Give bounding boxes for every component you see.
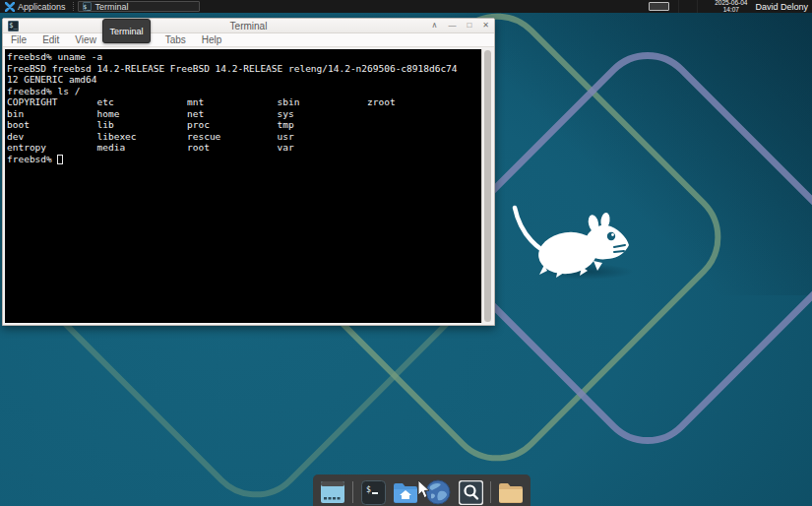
file-manager-icon[interactable] bbox=[498, 479, 524, 505]
terminal-cursor bbox=[57, 155, 63, 164]
maximize-button[interactable]: □ bbox=[467, 22, 471, 30]
desktop: $_ Terminal ∧ — □ ✕ File Edit View Termi… bbox=[0, 0, 812, 506]
show-desktop-icon[interactable] bbox=[320, 479, 345, 505]
window-menubar: File Edit View Terminal Tabs Help bbox=[3, 33, 494, 47]
terminal-viewport[interactable]: freebsd% uname -a FreeBSD freebsd 14.2-R… bbox=[5, 49, 492, 323]
dock-separator bbox=[490, 481, 491, 503]
menu-help[interactable]: Help bbox=[202, 34, 222, 45]
minimize-button[interactable]: — bbox=[448, 22, 456, 30]
user-menu-button[interactable]: David Delony bbox=[755, 2, 812, 12]
window-title: Terminal bbox=[3, 21, 494, 32]
terminal-output[interactable]: freebsd% uname -a FreeBSD freebsd 14.2-R… bbox=[5, 49, 481, 323]
shade-button[interactable]: ∧ bbox=[432, 22, 438, 30]
panel-separator bbox=[678, 0, 679, 13]
dock-separator bbox=[352, 481, 353, 503]
clock-time: 14:07 bbox=[715, 7, 747, 14]
panel-separator bbox=[73, 2, 74, 11]
terminal-app-icon: $_ bbox=[8, 21, 19, 32]
xfce-mouse-logo-icon bbox=[507, 202, 635, 281]
scrollbar-thumb[interactable] bbox=[484, 50, 491, 322]
mouse-cursor bbox=[417, 479, 431, 499]
top-panel: Applications $_ Terminal 2025-06-04 14:0… bbox=[0, 0, 812, 13]
taskbar-window-button[interactable]: $_ Terminal bbox=[78, 1, 200, 12]
panel-clock[interactable]: 2025-06-04 14:07 bbox=[715, 0, 747, 13]
window-titlebar[interactable]: $_ Terminal ∧ — □ ✕ bbox=[3, 19, 494, 33]
panel-separator bbox=[697, 0, 698, 13]
terminal-launcher-icon[interactable]: $ bbox=[360, 479, 386, 505]
applications-label: Applications bbox=[18, 2, 66, 12]
svg-text:$: $ bbox=[366, 485, 371, 494]
terminal-prompt: freebsd% bbox=[7, 154, 57, 165]
workspace-pager[interactable] bbox=[649, 2, 669, 11]
xfce-logo-icon bbox=[5, 2, 15, 12]
home-folder-icon[interactable] bbox=[393, 479, 418, 505]
menu-file[interactable]: File bbox=[11, 34, 27, 45]
close-button[interactable]: ✕ bbox=[482, 22, 489, 30]
applications-menu-button[interactable]: Applications bbox=[0, 0, 71, 13]
terminal-text: freebsd% uname -a FreeBSD freebsd 14.2-R… bbox=[7, 51, 480, 154]
menu-tabs[interactable]: Tabs bbox=[165, 34, 186, 45]
taskbar-tooltip: Terminal bbox=[102, 19, 151, 43]
menu-edit[interactable]: Edit bbox=[42, 34, 59, 45]
taskbar-button-label: Terminal bbox=[95, 2, 129, 12]
terminal-scrollbar[interactable] bbox=[481, 49, 492, 323]
terminal-window: $_ Terminal ∧ — □ ✕ File Edit View Termi… bbox=[2, 18, 495, 326]
app-finder-icon[interactable] bbox=[458, 479, 483, 505]
terminal-app-icon: $_ bbox=[83, 2, 92, 11]
menu-view[interactable]: View bbox=[75, 34, 96, 45]
